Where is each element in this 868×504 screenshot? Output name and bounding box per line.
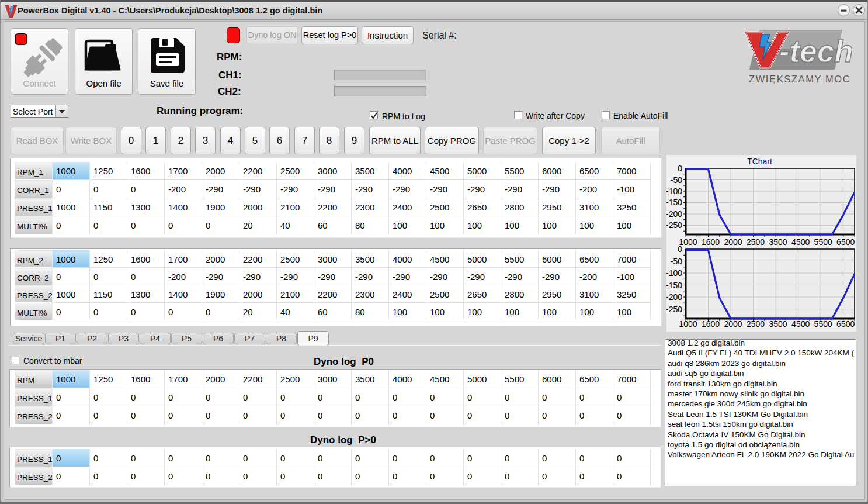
svg-text:ZWIĘKSZAMY MOC: ZWIĘKSZAMY MOC xyxy=(749,74,850,84)
svg-text:4500: 4500 xyxy=(791,237,810,246)
svg-text:2500: 2500 xyxy=(747,319,765,329)
svg-text:1000: 1000 xyxy=(679,237,697,246)
svg-text:1000: 1000 xyxy=(679,319,697,329)
svg-text:0: 0 xyxy=(678,164,682,173)
svg-text:1600: 1600 xyxy=(702,237,720,246)
svg-text:-100: -100 xyxy=(666,187,682,196)
svg-text:-50: -50 xyxy=(671,175,682,185)
svg-text:5500: 5500 xyxy=(814,237,832,246)
svg-text:1600: 1600 xyxy=(702,319,720,329)
svg-text:-200: -200 xyxy=(666,209,682,219)
svg-text:-150: -150 xyxy=(666,198,682,207)
svg-text:-250: -250 xyxy=(666,305,682,314)
svg-text:2000: 2000 xyxy=(724,319,742,329)
svg-text:5500: 5500 xyxy=(814,319,832,329)
svg-text:2000: 2000 xyxy=(724,237,742,246)
svg-text:-100: -100 xyxy=(666,268,682,278)
svg-text:6500: 6500 xyxy=(836,319,855,329)
svg-text:6500: 6500 xyxy=(836,237,855,246)
svg-text:-tech: -tech xyxy=(779,34,853,68)
svg-text:3500: 3500 xyxy=(769,237,787,246)
svg-text:3500: 3500 xyxy=(769,319,787,329)
svg-text:-200: -200 xyxy=(666,292,682,302)
svg-text:0: 0 xyxy=(678,246,682,254)
svg-text:4500: 4500 xyxy=(791,319,810,329)
svg-text:TChart: TChart xyxy=(747,157,772,166)
svg-text:-150: -150 xyxy=(666,281,682,290)
svg-text:2500: 2500 xyxy=(747,237,765,246)
svg-text:-50: -50 xyxy=(671,257,682,266)
svg-text:-250: -250 xyxy=(666,220,682,230)
